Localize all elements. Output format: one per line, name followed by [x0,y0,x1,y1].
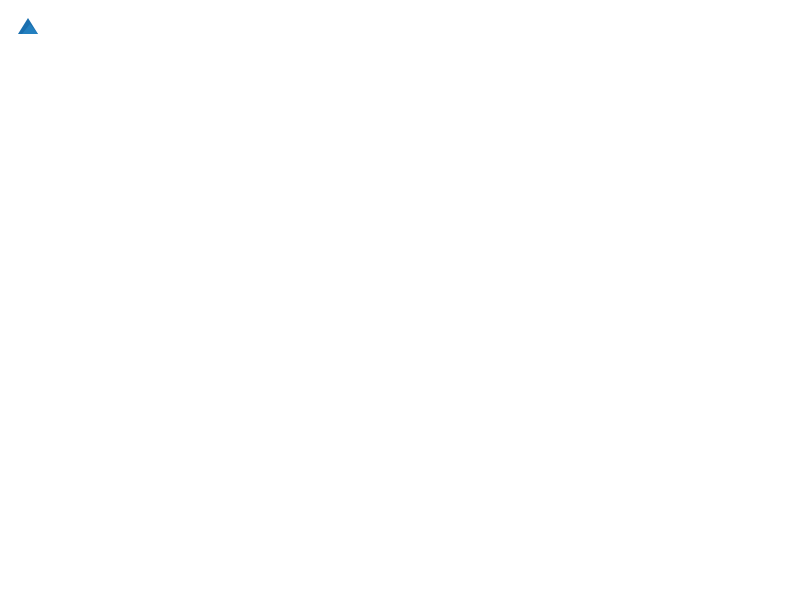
logo-icon [16,16,40,40]
page-header [16,16,776,40]
logo [16,16,44,40]
